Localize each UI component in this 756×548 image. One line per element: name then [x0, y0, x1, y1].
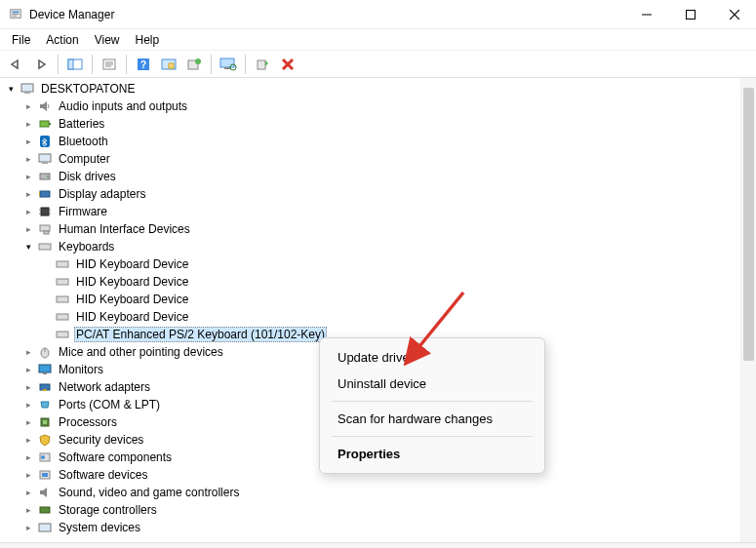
menu-help[interactable]: Help — [128, 31, 168, 49]
back-button[interactable] — [4, 53, 27, 76]
toolbar-separator — [92, 55, 93, 74]
expander-icon[interactable]: ▸ — [21, 380, 35, 394]
tree-node-root[interactable]: ▾ DESKTOPATONE — [4, 80, 756, 98]
tree-node-keyboard-item[interactable]: HID Keyboard Device — [4, 273, 756, 291]
monitor-icon — [37, 362, 53, 377]
svg-rect-44 — [39, 244, 51, 250]
context-properties[interactable]: Properties — [320, 441, 544, 467]
expander-icon[interactable]: ▸ — [21, 152, 35, 166]
show-hide-console-button[interactable] — [63, 53, 87, 76]
svg-rect-57 — [43, 389, 47, 391]
tree-node-bluetooth[interactable]: ▸ Bluetooth — [4, 133, 756, 150]
expander-icon[interactable]: ▸ — [21, 99, 35, 113]
svg-rect-59 — [43, 420, 47, 424]
component-icon — [37, 450, 53, 465]
scrollbar-thumb[interactable] — [743, 88, 754, 361]
tree-node-display[interactable]: ▸ Display adapters — [4, 185, 756, 203]
menu-action[interactable]: Action — [38, 31, 86, 49]
add-legacy-button[interactable] — [251, 53, 274, 76]
svg-rect-17 — [169, 63, 174, 68]
tree-node-disk[interactable]: ▸ Disk drives — [4, 168, 756, 185]
expander-icon[interactable]: ▸ — [21, 170, 35, 183]
node-label: HID Keyboard Device — [74, 275, 190, 289]
tree-node-keyboards[interactable]: ▾ Keyboards — [4, 238, 756, 255]
uninstall-button[interactable] — [276, 53, 299, 76]
svg-rect-23 — [258, 60, 265, 69]
tree-node-system[interactable]: ▸ System devices — [4, 519, 756, 536]
svg-rect-5 — [686, 10, 695, 19]
expander-icon[interactable]: ▸ — [21, 117, 35, 131]
expander-icon[interactable]: ▾ — [4, 82, 18, 96]
keyboard-icon — [55, 256, 70, 272]
tree-node-batteries[interactable]: ▸ Batteries — [4, 115, 756, 133]
speaker-icon — [37, 98, 53, 114]
node-label: Mice and other pointing devices — [57, 345, 225, 359]
scan-hardware-button[interactable] — [157, 53, 180, 76]
svg-rect-55 — [43, 372, 47, 374]
tree-node-hid[interactable]: ▸ Human Interface Devices — [4, 220, 756, 238]
tree-node-firmware[interactable]: ▸ Firmware — [4, 203, 756, 220]
svg-point-34 — [47, 176, 49, 177]
expander-icon[interactable]: ▸ — [21, 415, 35, 429]
menu-file[interactable]: File — [4, 31, 38, 49]
expander-icon[interactable]: ▸ — [21, 486, 35, 499]
minimize-button[interactable] — [624, 0, 668, 29]
svg-point-19 — [195, 59, 201, 64]
menu-view[interactable]: View — [87, 31, 128, 49]
toolbar-separator — [126, 55, 127, 74]
expander-icon[interactable]: ▸ — [21, 187, 35, 201]
svg-rect-49 — [57, 296, 68, 302]
context-uninstall-device[interactable]: Uninstall device — [320, 371, 544, 397]
svg-point-61 — [41, 455, 45, 459]
node-label: Audio inputs and outputs — [57, 99, 189, 113]
toolbar-separator — [58, 55, 59, 74]
expander-icon[interactable]: ▸ — [21, 222, 35, 236]
node-label: Monitors — [57, 363, 105, 376]
svg-rect-26 — [21, 84, 33, 92]
tree-node-sound[interactable]: ▸ Sound, video and game controllers — [4, 484, 756, 501]
node-label: Software components — [57, 450, 174, 464]
expander-icon[interactable]: ▸ — [21, 135, 35, 148]
expander-icon[interactable]: ▸ — [21, 521, 35, 534]
maximize-button[interactable] — [668, 0, 712, 29]
expander-icon[interactable]: ▸ — [21, 468, 35, 482]
expander-icon[interactable]: ▸ — [21, 433, 35, 447]
expander-icon[interactable]: ▸ — [21, 398, 35, 411]
expander-spacer — [39, 310, 53, 324]
keyboard-icon — [37, 239, 53, 254]
node-label: Bluetooth — [57, 135, 110, 148]
display-adapter-icon — [37, 186, 53, 202]
menu-bar: File Action View Help — [0, 29, 756, 51]
svg-rect-63 — [42, 473, 48, 477]
context-scan-hardware[interactable]: Scan for hardware changes — [320, 406, 544, 432]
expander-icon[interactable]: ▸ — [21, 205, 35, 218]
update-driver-button[interactable] — [182, 53, 206, 76]
node-label: Software devices — [57, 468, 149, 482]
expander-icon[interactable]: ▸ — [21, 503, 35, 517]
properties-button[interactable] — [98, 53, 121, 76]
tree-node-computer[interactable]: ▸ Computer — [4, 150, 756, 168]
node-label: Processors — [57, 415, 119, 429]
vertical-scrollbar[interactable] — [740, 78, 756, 542]
expander-icon[interactable]: ▸ — [21, 450, 35, 464]
monitor-scan-button[interactable] — [217, 53, 240, 76]
expander-icon[interactable]: ▸ — [21, 363, 35, 376]
svg-rect-35 — [40, 191, 50, 197]
help-button[interactable]: ? — [132, 53, 155, 76]
tree-node-keyboard-item[interactable]: HID Keyboard Device — [4, 308, 756, 326]
tree-node-storage[interactable]: ▸ Storage controllers — [4, 501, 756, 519]
svg-rect-2 — [13, 14, 20, 15]
tree-node-keyboard-item[interactable]: HID Keyboard Device — [4, 291, 756, 308]
close-button[interactable] — [712, 0, 756, 29]
expander-icon[interactable]: ▾ — [21, 240, 35, 254]
context-menu: Update driver Uninstall device Scan for … — [319, 337, 545, 474]
svg-rect-47 — [57, 261, 68, 267]
tree-node-audio[interactable]: ▸ Audio inputs and outputs — [4, 98, 756, 115]
svg-rect-21 — [224, 67, 230, 69]
disk-icon — [37, 169, 53, 184]
tree-node-keyboard-item[interactable]: HID Keyboard Device — [4, 255, 756, 273]
forward-button[interactable] — [29, 53, 53, 76]
keyboard-icon — [55, 292, 70, 307]
context-update-driver[interactable]: Update driver — [320, 344, 544, 371]
expander-icon[interactable]: ▸ — [21, 345, 35, 359]
